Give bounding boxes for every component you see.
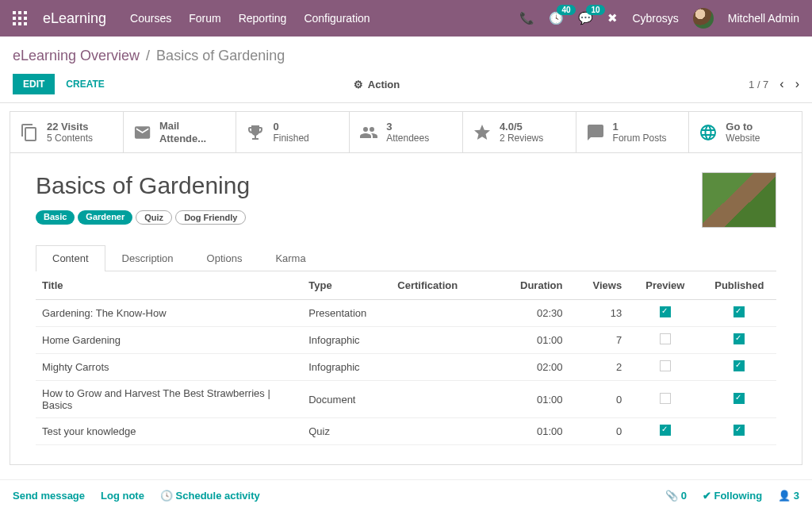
cell-views: 0 [569,381,628,418]
cell-cert [391,381,480,418]
col-views[interactable]: Views [569,271,628,300]
action-dropdown[interactable]: ⚙ Action [354,79,400,90]
col-title[interactable]: Title [36,271,302,300]
stat-visits-l: 5 Contents [47,133,93,144]
cell-preview [628,354,702,381]
globe-icon [699,123,718,142]
cell-title: Home Gardening [36,327,302,354]
phone-icon[interactable]: 📞 [519,11,534,25]
checkbox-published[interactable] [733,393,745,404]
checkbox-preview[interactable] [660,333,671,344]
col-cert[interactable]: Certification [391,271,480,300]
edit-button[interactable]: EDIT [13,74,55,94]
cell-cert [391,300,480,327]
breadcrumb-current: Basics of Gardening [156,48,285,64]
stat-visits[interactable]: 22 Visits5 Contents [10,112,124,152]
stat-website[interactable]: Go toWebsite [689,112,802,152]
form-scroll[interactable]: 22 Visits5 Contents Mail Attende... 0Fin… [0,103,812,523]
stat-forum[interactable]: 1Forum Posts [576,112,690,152]
apps-icon[interactable] [13,11,27,25]
tab-content[interactable]: Content [36,245,105,271]
envelope-icon [133,123,151,142]
breadcrumb-root[interactable]: eLearning Overview [13,48,140,64]
cell-published [703,354,776,381]
gear-icon: ⚙ [354,79,363,90]
avatar[interactable] [693,8,714,29]
stat-web-l: Website [726,133,760,144]
stat-forum-n: 1 [613,121,667,133]
stat-rev-l: 2 Reviews [500,133,543,144]
col-published[interactable]: Published [703,271,776,300]
course-thumbnail[interactable] [702,172,776,228]
form-sheet: 22 Visits5 Contents Mail Attende... 0Fin… [10,111,802,465]
stat-attendees[interactable]: 3Attendees [350,112,463,152]
cell-published [703,300,776,327]
nav-configuration[interactable]: Configuration [304,12,370,25]
pager-text[interactable]: 1 / 7 [749,79,768,90]
users-icon [359,123,378,142]
stat-mail[interactable]: Mail Attende... [124,112,237,152]
tools-icon[interactable]: ✖ [607,11,618,25]
company-switch[interactable]: Cybrosys [632,12,678,25]
pager: 1 / 7 ‹ › [749,77,799,91]
stat-finished[interactable]: 0Finished [236,112,350,152]
tag: Dog Friendly [175,210,246,225]
user-icon: 👤 [778,490,791,502]
clock-icon[interactable]: 🕓40 [549,11,564,25]
pager-prev[interactable]: ‹ [779,77,783,91]
cell-duration: 01:00 [480,381,569,418]
check-icon: ✔ [703,490,711,502]
cell-title: Test your knowledge [36,418,302,445]
cell-views: 7 [569,327,628,354]
nav-courses[interactable]: Courses [130,12,171,25]
tab-karma[interactable]: Karma [259,245,322,271]
tab-options[interactable]: Options [190,245,259,271]
following-button[interactable]: ✔ Following [703,490,762,502]
nav-forum[interactable]: Forum [189,12,220,25]
stat-buttons: 22 Visits5 Contents Mail Attende... 0Fin… [10,112,802,153]
table-row[interactable]: Mighty Carrots Infographic 02:00 2 [36,354,776,381]
clock-icon: 🕓 [160,490,173,502]
checkbox-published[interactable] [733,306,745,317]
star-icon [473,123,492,142]
table-row[interactable]: Test your knowledge Quiz 01:00 0 [36,418,776,445]
tag: Quiz [136,210,172,225]
table-row[interactable]: How to Grow and Harvest The Best Strawbe… [36,381,776,418]
cell-views: 0 [569,418,628,445]
checkbox-preview[interactable] [660,306,671,317]
col-type[interactable]: Type [302,271,391,300]
pager-next[interactable]: › [795,77,799,91]
table-row[interactable]: Home Gardening Infographic 01:00 7 [36,327,776,354]
create-button[interactable]: CREATE [55,75,115,94]
user-name[interactable]: Mitchell Admin [728,12,799,25]
nav-reporting[interactable]: Reporting [239,12,287,25]
cell-published [703,381,776,418]
table-row[interactable]: Gardening: The Know-How Presentation 02:… [36,300,776,327]
checkbox-published[interactable] [733,360,745,371]
stat-reviews[interactable]: 4.0/52 Reviews [463,112,576,152]
checkbox-preview[interactable] [660,425,671,436]
chat-icon[interactable]: 💬10 [578,11,593,25]
col-preview[interactable]: Preview [628,271,702,300]
chatter-topbar: Send message Log note 🕓 Schedule activit… [0,479,812,511]
col-duration[interactable]: Duration [480,271,569,300]
cell-views: 2 [569,354,628,381]
cell-preview [628,418,702,445]
tabs: Content Description Options Karma [36,245,776,271]
checkbox-published[interactable] [733,333,745,344]
tag: Basic [36,210,75,225]
checkbox-published[interactable] [733,425,745,436]
tab-description[interactable]: Description [105,245,190,271]
chat-badge: 10 [586,5,604,15]
checkbox-preview[interactable] [660,360,671,371]
cell-preview [628,300,702,327]
send-message-button[interactable]: Send message [13,490,85,502]
followers-count[interactable]: 👤 3 [778,490,799,502]
schedule-activity-button[interactable]: 🕓 Schedule activity [160,490,260,502]
attachments-count[interactable]: 📎 0 [665,490,687,502]
checkbox-preview[interactable] [660,393,671,404]
cell-type: Quiz [302,418,391,445]
log-note-button[interactable]: Log note [101,490,144,502]
cell-title: Mighty Carrots [36,354,302,381]
brand-title[interactable]: eLearning [43,10,106,27]
